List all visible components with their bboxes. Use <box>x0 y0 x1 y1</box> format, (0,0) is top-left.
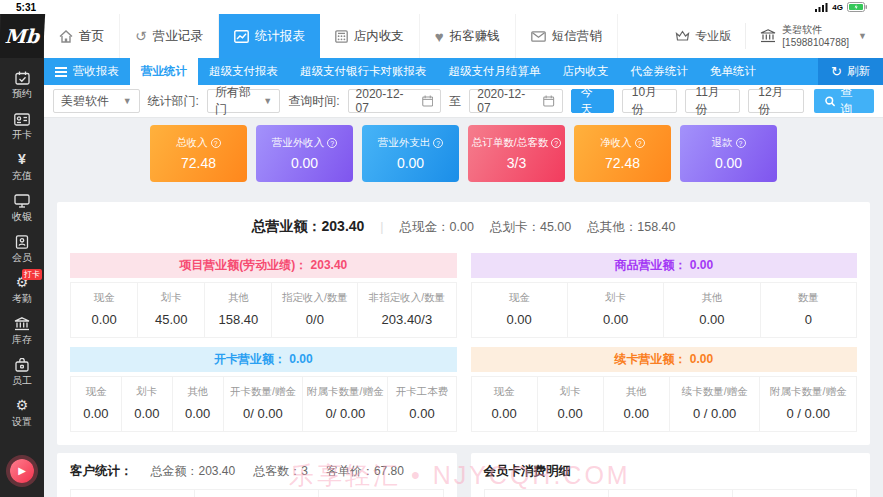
subnav-free-order-statistics[interactable]: 免单统计 <box>699 58 767 85</box>
report-subnav: 营收报表 营业统计 超级支付报表 超级支付银行卡对账报表 超级支付月结算单 店内… <box>44 58 883 85</box>
play-button[interactable]: ▶ <box>10 459 34 483</box>
chevron-down-icon: ▼ <box>263 96 272 106</box>
goods-turnover-header: 商品营业额： 0.00 <box>471 253 858 278</box>
sidebar-item-attendance[interactable]: 打卡 ⚙ 考勤 <box>0 270 44 311</box>
member-card-detail-title: 会员卡消费明细 <box>484 463 572 480</box>
quick-filter-december[interactable]: 12月份 <box>748 89 804 113</box>
monitor-icon <box>0 192 44 208</box>
subnav-super-pay-monthly[interactable]: 超级支付月结算单 <box>438 58 552 85</box>
bank-icon <box>0 315 44 331</box>
help-icon[interactable]: ? <box>433 138 443 148</box>
calculator-icon <box>335 30 348 43</box>
turnover-summary: 总营业额：203.40 | 总现金：0.00 总划卡：45.00 总其他：158… <box>70 212 857 244</box>
subnav-store-expenses[interactable]: 店内收支 <box>552 58 620 85</box>
network-label: 4G <box>832 3 843 12</box>
table-cell: 其他158.40 <box>205 283 272 337</box>
column-header: 女客 <box>319 490 442 497</box>
clock: 5:31 <box>16 2 36 13</box>
account-id: [15988104788] <box>782 37 849 48</box>
to-label: 至 <box>449 93 461 110</box>
table-cell: 开卡数量/赠金0/ 0.00 <box>224 377 304 431</box>
search-button[interactable]: 查询 <box>814 89 874 113</box>
tab-statistics-report[interactable]: 统计报表 <box>219 14 320 58</box>
subnav-super-pay-bankcard-report[interactable]: 超级支付银行卡对账报表 <box>289 58 438 85</box>
stat-card-non-operating-expense: 营业外支出? 0.00 <box>362 125 459 182</box>
table-cell: 现金0.00 <box>71 377 122 431</box>
top-nav: 首页 ↺ 营业记录 统计报表 店内收支 ♥ 拓客赚钱 短信营销 <box>44 14 883 58</box>
chart-icon <box>234 30 249 43</box>
turnover-panel: 总营业额：203.40 | 总现金：0.00 总划卡：45.00 总其他：158… <box>57 202 870 445</box>
tab-business-records[interactable]: ↺ 营业记录 <box>120 14 219 58</box>
customer-stats-panel: 客户统计： 总金额：203.40 总客数：3 客单价：67.80 总客数 男客 … <box>57 453 457 497</box>
help-icon[interactable]: ? <box>736 138 746 148</box>
stat-card-refund: 退款? 0.00 <box>680 125 777 182</box>
tab-customer-acquisition[interactable]: ♥ 拓客赚钱 <box>420 14 516 58</box>
project-turnover-header: 项目营业额(劳动业绩)： 203.40 <box>70 253 457 278</box>
chevron-down-icon: ▼ <box>858 31 867 41</box>
quick-filter-november[interactable]: 11月份 <box>685 89 740 113</box>
quick-filter-today[interactable]: 今天 <box>571 89 614 113</box>
customer-stats-title: 客户统计： <box>70 463 133 480</box>
envelope-icon <box>531 31 546 42</box>
punch-in-badge[interactable]: 打卡 <box>22 269 42 280</box>
sidebar-item-open-card[interactable]: 开卡 <box>0 106 44 147</box>
subnav-revenue-report[interactable]: 营收报表 <box>44 58 130 85</box>
tab-sms-marketing[interactable]: 短信营销 <box>516 14 618 58</box>
table-cell: 开卡工本费0.00 <box>388 377 455 431</box>
account-menu[interactable]: 美碧软件 [15988104788] ▼ <box>745 23 873 49</box>
table-cell: 现金0.00 <box>472 283 568 337</box>
table-cell: 现金0.00 <box>71 283 138 337</box>
help-icon[interactable]: ? <box>635 138 645 148</box>
date-to-input[interactable]: 2020-12-07 <box>469 89 563 113</box>
help-icon[interactable]: ? <box>327 138 337 148</box>
sidebar: Mb 预约 开卡 ¥ 充值 收银 会员 打卡 <box>0 14 44 497</box>
status-bar: 5:31 4G <box>0 0 883 14</box>
table-cell: 划卡0.00 <box>538 377 604 431</box>
stat-card-net-income: 净收入? 72.48 <box>574 125 671 182</box>
department-select[interactable]: 所有部门 ▼ <box>207 89 280 113</box>
battery-icon <box>847 2 867 12</box>
account-name: 美碧软件 <box>782 24 822 35</box>
dept-label: 统计部门: <box>148 93 199 110</box>
id-card-icon <box>0 110 44 126</box>
refresh-icon: ↻ <box>831 64 842 79</box>
sidebar-item-settings[interactable]: ⚙ 设置 <box>0 393 44 434</box>
member-card-detail-table: 储值卡消费 赠金消费 附属卡消费 <box>484 489 858 497</box>
table-cell: 现金0.00 <box>472 377 538 431</box>
member-book-icon <box>0 233 44 249</box>
goods-turnover-panel: 商品营业额： 0.00 现金0.00 划卡0.00 其他0.00 数量0 <box>471 253 858 338</box>
store-select[interactable]: 美碧软件 ▼ <box>53 89 140 113</box>
gear-icon: ⚙ <box>0 397 44 413</box>
stat-card-total-income: 总收入? 72.48 <box>150 125 247 182</box>
history-icon: ↺ <box>135 28 147 44</box>
tab-home[interactable]: 首页 <box>44 14 120 58</box>
subnav-super-pay-report[interactable]: 超级支付报表 <box>198 58 289 85</box>
table-cell: 其他0.00 <box>604 377 670 431</box>
sidebar-item-cashier[interactable]: 收银 <box>0 188 44 229</box>
card-opening-turnover-panel: 开卡营业额： 0.00 现金0.00 划卡0.00 其他0.00 开卡数量/赠金… <box>70 347 457 432</box>
help-icon[interactable]: ? <box>551 138 561 148</box>
sidebar-item-inventory[interactable]: 库存 <box>0 311 44 352</box>
menu-icon <box>55 67 67 77</box>
subnav-business-statistics[interactable]: 营业统计 <box>130 58 198 85</box>
sidebar-item-booking[interactable]: 预约 <box>0 65 44 106</box>
sidebar-item-staff[interactable]: 员工 <box>0 352 44 393</box>
project-turnover-panel: 项目营业额(劳动业绩)： 203.40 现金0.00 划卡45.00 其他158… <box>70 253 457 338</box>
table-cell: 划卡0.00 <box>122 377 173 431</box>
tab-store-expenses[interactable]: 店内收支 <box>320 14 420 58</box>
search-icon <box>825 96 835 107</box>
date-from-input[interactable]: 2020-12-07 <box>348 89 442 113</box>
content-area: 乐享轻汇 • NJYCQH.COM 总收入? 72.48 营业外收入? 0.00… <box>44 118 883 497</box>
help-icon[interactable]: ? <box>211 138 221 148</box>
refresh-button[interactable]: ↻ 刷新 <box>818 58 883 85</box>
table-cell: 附属卡数量/赠金0/ 0.00 <box>303 377 388 431</box>
quick-filter-october[interactable]: 10月份 <box>622 89 678 113</box>
subnav-voucher-statistics[interactable]: 代金券统计 <box>620 58 700 85</box>
sidebar-item-members[interactable]: 会员 <box>0 229 44 270</box>
table-cell: 其他0.00 <box>173 377 224 431</box>
edition-badge[interactable]: 专业版 <box>661 28 745 45</box>
column-header: 总客数 <box>71 490 195 497</box>
sidebar-item-recharge[interactable]: ¥ 充值 <box>0 147 44 188</box>
member-card-detail-panel: 会员卡消费明细 储值卡消费 赠金消费 附属卡消费 <box>471 453 871 497</box>
card-opening-header: 开卡营业额： 0.00 <box>70 347 457 372</box>
